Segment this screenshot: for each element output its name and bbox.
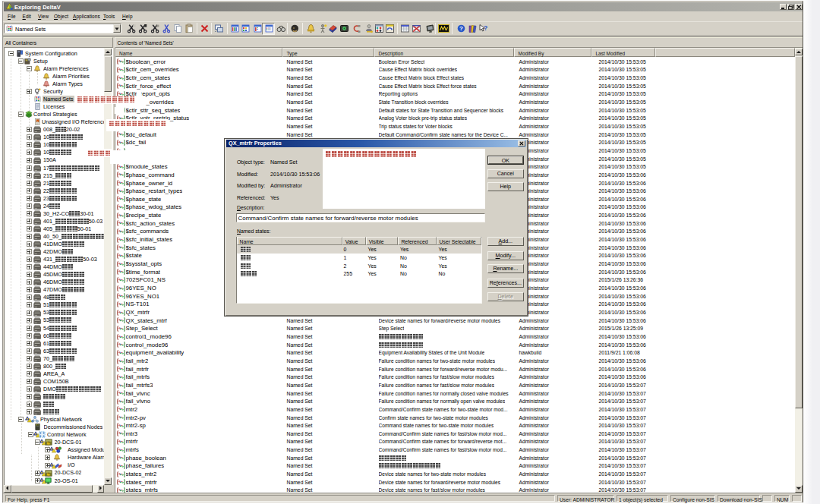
svg-text:?: ?	[484, 24, 487, 32]
svg-text:?: ?	[47, 472, 49, 476]
svg-text:?: ?	[47, 442, 49, 446]
svg-text:?: ?	[459, 25, 463, 32]
